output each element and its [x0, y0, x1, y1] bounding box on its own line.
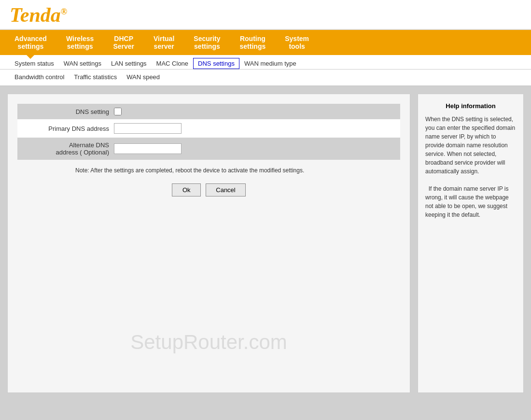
nav-item-system[interactable]: Systemtools [275, 30, 319, 55]
dns-setting-label: DNS setting [17, 108, 114, 115]
dns-setting-checkbox[interactable] [114, 108, 122, 115]
nav-item-wireless[interactable]: Wirelesssettings [56, 30, 103, 55]
sub-nav-bandwidth[interactable]: Bandwidth control [10, 71, 69, 83]
primary-dns-row: Primary DNS address [17, 119, 400, 138]
nav-item-virtual[interactable]: Virtualserver [144, 30, 184, 55]
logo: Tenda® [10, 5, 67, 25]
logo-reg: ® [61, 7, 67, 16]
alternate-dns-row: Alternate DNS address ( Optional) [17, 138, 400, 160]
alternate-dns-input[interactable] [114, 143, 182, 154]
content: DNS setting Primary DNS address Alternat… [0, 86, 531, 400]
form-buttons: Ok Cancel [17, 183, 400, 196]
sub-nav-wan-medium[interactable]: WAN medium type [239, 58, 301, 69]
nav-item-security[interactable]: Securitysettings [184, 30, 230, 55]
sub-nav-traffic[interactable]: Traffic statistics [69, 71, 122, 83]
main-panel: DNS setting Primary DNS address Alternat… [7, 94, 410, 393]
sub-nav-wan-settings[interactable]: WAN settings [59, 58, 106, 69]
sub-nav-row1: System status WAN settings LAN settings … [0, 55, 531, 70]
cancel-button[interactable]: Cancel [206, 183, 245, 196]
sub-nav-wan-speed[interactable]: WAN speed [122, 71, 165, 83]
logo-text: Tenda® [10, 4, 67, 26]
nav-item-advanced[interactable]: Advancedsettings [5, 30, 56, 55]
alternate-dns-label-container: Alternate DNS address ( Optional) [17, 141, 114, 156]
nav-item-routing[interactable]: Routingsettings [230, 30, 276, 55]
watermark: SetupRouter.com [130, 331, 287, 354]
form-note: Note: After the settings are completed, … [75, 167, 400, 174]
dns-setting-row: DNS setting [17, 104, 400, 119]
help-panel: Help information When the DNS setting is… [418, 94, 524, 393]
main-nav: Advancedsettings Wirelesssettings DHCPSe… [0, 30, 531, 55]
sub-nav-dns-settings[interactable]: DNS settings [193, 58, 239, 69]
alternate-dns-sublabel: address ( Optional) [56, 149, 109, 156]
sub-nav-mac-clone[interactable]: MAC Clone [152, 58, 193, 69]
primary-dns-label: Primary DNS address [17, 125, 114, 132]
sub-nav-system-status[interactable]: System status [10, 58, 59, 69]
primary-dns-input[interactable] [114, 123, 182, 134]
logo-name: Tenda [10, 4, 61, 26]
nav-item-dhcp[interactable]: DHCPServer [103, 30, 144, 55]
dns-form: DNS setting Primary DNS address Alternat… [17, 104, 400, 196]
ok-button[interactable]: Ok [172, 183, 201, 196]
help-title: Help information [425, 101, 516, 111]
sub-nav-lan-settings[interactable]: LAN settings [106, 58, 152, 69]
help-text: When the DNS setting is selected, you ca… [425, 115, 516, 219]
alternate-dns-label: Alternate DNS [69, 141, 109, 149]
sub-nav-row2: Bandwidth control Traffic statistics WAN… [0, 70, 531, 86]
header: Tenda® [0, 0, 531, 30]
